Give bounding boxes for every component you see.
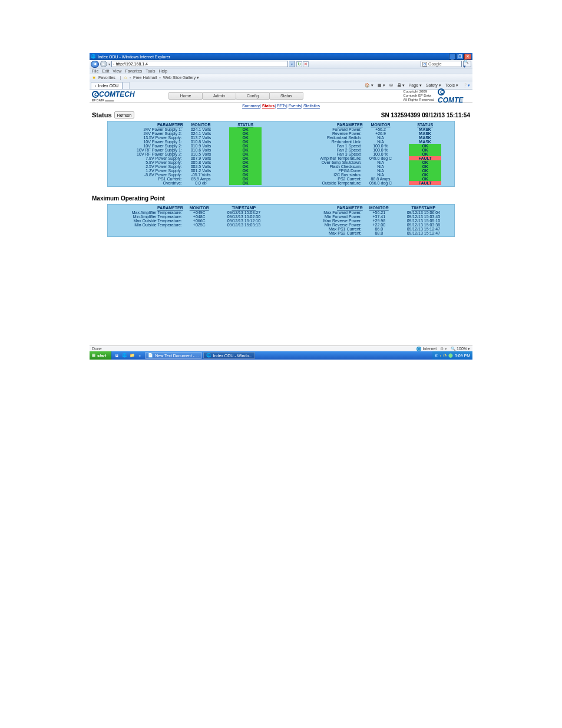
nav-status[interactable]: Status xyxy=(269,92,303,100)
mop-heading: Maximum Operating Point xyxy=(90,193,472,204)
quick-launch: 🖥 🌐 📁 » xyxy=(111,353,145,358)
ie-quicklaunch-icon[interactable]: 🌐 xyxy=(121,353,127,358)
address-bar[interactable]: ▫ xyxy=(111,61,288,67)
cell-status: FAULT xyxy=(398,156,452,160)
tray-icon[interactable]: ⬤ xyxy=(448,353,453,358)
cell-parameter: 10V Power Supply 1: xyxy=(110,140,183,144)
cell-status: OK xyxy=(398,169,452,173)
cell-parameter: Fan 3 Speed: xyxy=(290,152,363,156)
safety-menu[interactable]: Safety ▾ xyxy=(425,83,442,88)
menu-view[interactable]: View xyxy=(113,69,121,73)
subnav-fets[interactable]: FETs xyxy=(277,104,286,108)
menu-edit[interactable]: Edit xyxy=(102,69,109,73)
suggested-star-icon[interactable]: ☆ xyxy=(124,75,127,80)
subnav-summary[interactable]: Summary xyxy=(242,104,260,108)
table-row: 24V Power Supply 2:024.1 VoltsOK xyxy=(110,131,272,136)
th-timestamp: TIMESTAMP xyxy=(216,206,272,210)
minimize-button[interactable]: _ xyxy=(449,54,456,60)
tools-menu[interactable]: Tools ▾ xyxy=(444,83,459,88)
menu-help[interactable]: Help xyxy=(159,69,167,73)
fav-page-icon2: ▫ xyxy=(159,75,160,80)
nav-admin[interactable]: Admin xyxy=(202,92,236,100)
feeds-icon[interactable]: ▦ ▾ xyxy=(376,83,386,88)
table-row: 5.8V Power Supply:005.8 VoltsOK xyxy=(110,160,272,164)
nav-home[interactable]: Home xyxy=(168,92,203,100)
home-icon[interactable]: 🏠 ▾ xyxy=(363,83,375,88)
cell-parameter: FPGA Done: xyxy=(290,169,363,173)
refresh-icon[interactable]: ↻ xyxy=(296,61,302,67)
cell-parameter: Redundant Link: xyxy=(290,140,363,144)
taskbar-item-ie[interactable]: 🌐 Index ODU - Windo... xyxy=(203,352,256,359)
cell-status: OK xyxy=(219,156,272,160)
new-tab-button[interactable] xyxy=(123,82,130,89)
fav-item-webslice[interactable]: Web Slice Gallery ▾ xyxy=(163,75,199,80)
nav-config[interactable]: Config xyxy=(236,92,270,100)
print-icon[interactable]: 🖶 ▾ xyxy=(396,83,406,88)
table-row: Flash Checksum:N/AOK xyxy=(290,164,452,169)
page-menu[interactable]: Page ▾ xyxy=(408,83,423,88)
cell-parameter: Amplifier Temperature: xyxy=(290,156,363,160)
zoom-dropdown[interactable]: ▾ xyxy=(468,347,470,351)
cell-monitor: 010.6 Volts xyxy=(183,148,219,152)
copyright-text: Copyright 2009 Comtech EF Data All Right… xyxy=(403,90,434,102)
favorites-star-icon[interactable]: ★ xyxy=(92,75,96,80)
read-mail-icon[interactable]: ✉ xyxy=(388,83,394,88)
maximize-button[interactable]: ❐ xyxy=(457,54,464,60)
back-button[interactable]: ◄ xyxy=(91,61,99,68)
table-row: Max PS2 Current:88.809/12/13 15:12:47 xyxy=(290,231,452,235)
subnav-events[interactable]: Events xyxy=(289,104,301,108)
cell-status: OK xyxy=(398,160,452,164)
help-icon[interactable]: ❔▾ xyxy=(461,83,471,88)
menu-tools[interactable]: Tools xyxy=(146,69,155,73)
cell-monitor: 005.8 Volts xyxy=(183,160,219,164)
cell-monitor: 100.0 % xyxy=(363,144,399,148)
zoom-icon[interactable]: 🔍 xyxy=(451,347,456,351)
th-parameter: PARAMETER xyxy=(110,206,183,210)
google-icon: G xyxy=(422,62,427,67)
cell-parameter: Outside Temperature: xyxy=(290,181,363,185)
sub-navigation: Summary| Status| FETs| Events| Statistic… xyxy=(90,103,472,111)
tab-title: Index ODU xyxy=(98,84,118,88)
cell-status: MASK xyxy=(398,140,452,144)
tray-icon[interactable]: ‹ xyxy=(440,354,441,358)
cell-monitor: 049.0 deg C xyxy=(363,156,399,160)
stop-icon[interactable]: ✕ xyxy=(303,61,309,67)
dropdown-icon[interactable]: ▾ xyxy=(108,62,110,66)
tray-icon[interactable]: ◔ xyxy=(443,353,447,358)
tab-index-odu[interactable]: ▫ Index ODU xyxy=(91,82,123,89)
forward-button[interactable]: ► xyxy=(100,61,107,67)
cell-monitor: 024.1 Volts xyxy=(183,127,219,131)
subnav-status[interactable]: Status xyxy=(262,104,275,108)
cell-monitor: 86.0 xyxy=(363,227,395,231)
show-desktop-icon[interactable]: 🖥 xyxy=(114,353,120,358)
close-button[interactable]: ✕ xyxy=(464,54,471,60)
windows-taskbar: ⊞ start 🖥 🌐 📁 » 📄 New Text Document - ..… xyxy=(90,351,472,360)
cell-parameter: Min Reverse Power: xyxy=(290,223,363,227)
url-dropdown[interactable]: ▾ xyxy=(289,61,295,67)
cell-parameter: Overdrive: xyxy=(110,181,183,185)
cell-monitor: N/A xyxy=(363,173,399,177)
search-button[interactable]: 🔍▾ xyxy=(463,61,471,67)
refresh-button[interactable]: Refresh xyxy=(114,111,135,118)
menu-file[interactable]: File xyxy=(92,69,98,73)
explorer-quicklaunch-icon[interactable]: 📁 xyxy=(129,353,135,358)
url-input[interactable] xyxy=(115,62,286,66)
start-button[interactable]: ⊞ start xyxy=(90,351,111,360)
protected-mode-icon[interactable]: ⚙ ▾ xyxy=(440,347,447,351)
menu-favorites[interactable]: Favorites xyxy=(125,69,142,73)
table-row: 10V Power Supply 2:010.9 VoltsOK xyxy=(110,144,272,148)
cell-monitor: 024.1 Volts xyxy=(183,131,219,136)
search-box[interactable]: G Google xyxy=(421,61,462,67)
taskbar-item-notepad[interactable]: 📄 New Text Document - ... xyxy=(145,352,202,359)
cell-parameter: Fan 1 Speed: xyxy=(290,144,363,148)
tray-icon[interactable]: ◐ xyxy=(435,353,438,358)
fav-item-hotmail[interactable]: Free Hotmail xyxy=(133,75,157,80)
table-row: Max Outside Temperature:+066C09/12/13 15… xyxy=(110,219,272,223)
quicklaunch-more[interactable]: » xyxy=(137,353,143,358)
table-row: 2.5V Power Supply:002.5 VoltsOK xyxy=(110,164,272,169)
subnav-statistics[interactable]: Statistics xyxy=(303,104,320,108)
clock[interactable]: 3:09 PM xyxy=(455,354,470,358)
cell-parameter: Over-temp Shutdown: xyxy=(290,160,363,164)
windows-logo-icon: ⊞ xyxy=(92,353,95,358)
table-row: I2C Bus status:N/AOK xyxy=(290,173,452,177)
